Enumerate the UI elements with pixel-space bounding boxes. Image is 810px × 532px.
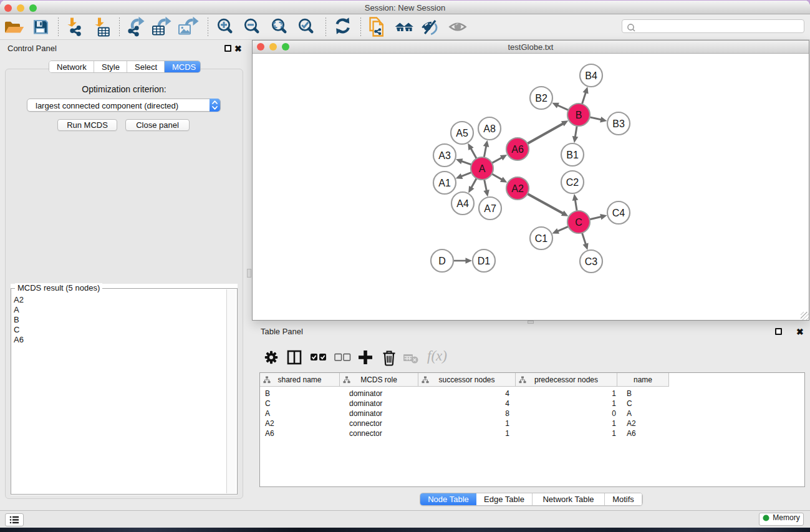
svg-text:B4: B4 [585,70,597,81]
svg-text:C4: C4 [612,208,625,218]
svg-text:A5: A5 [456,128,468,138]
svg-text:A1: A1 [438,178,451,188]
svg-text:A7: A7 [484,203,496,214]
svg-text:C3: C3 [585,256,598,267]
svg-text:A8: A8 [483,123,496,134]
svg-text:A: A [479,163,486,174]
svg-text:C: C [575,217,582,228]
svg-text:B1: B1 [566,150,579,160]
svg-text:D: D [438,256,446,266]
svg-text:A4: A4 [456,198,469,209]
svg-text:D1: D1 [478,256,491,266]
svg-text:B2: B2 [535,93,547,104]
svg-text:A3: A3 [438,150,451,161]
svg-text:C2: C2 [566,177,579,188]
svg-text:A2: A2 [511,183,524,194]
svg-text:A6: A6 [511,144,524,155]
svg-text:B: B [576,110,582,120]
svg-text:C1: C1 [535,233,548,244]
svg-text:B3: B3 [612,118,625,129]
